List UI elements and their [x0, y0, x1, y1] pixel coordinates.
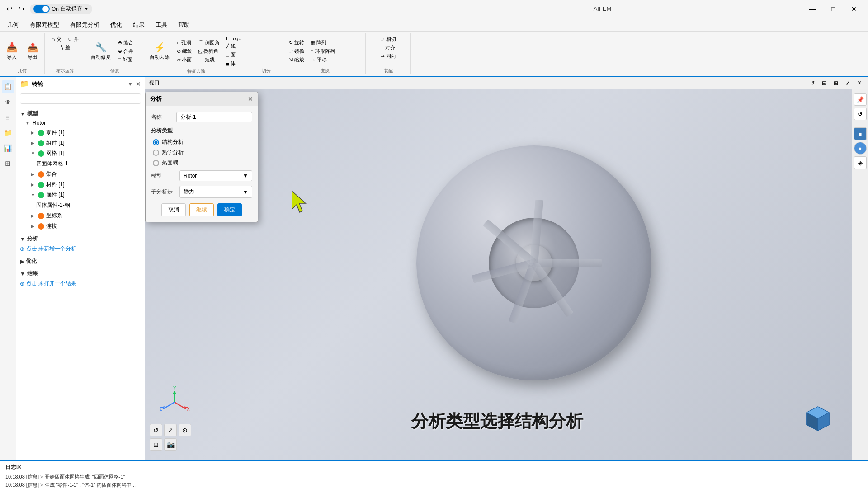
radio-structural-btn[interactable] — [153, 139, 159, 145]
right-perspective-btn[interactable]: ◈ — [854, 156, 867, 169]
analysis-dialog[interactable]: 分析 ✕ 名称 分析类型 — [145, 92, 258, 222]
dialog-substep-select[interactable]: 静力 ▼ — [179, 186, 252, 198]
radio-thermal-btn[interactable] — [153, 150, 159, 156]
tree-collection[interactable]: ▶ 集合 — [16, 169, 145, 179]
autosave-toggle[interactable]: On 自动保存 ▼ — [30, 4, 92, 14]
ribbon-mirror-btn[interactable]: ⇌镜像 — [286, 47, 307, 55]
menu-fem-analysis[interactable]: 有限元分析 — [65, 19, 105, 31]
viewport-refresh-btn[interactable]: ↺ — [807, 79, 817, 87]
tree-group[interactable]: ▶ 组件 [1] — [16, 138, 145, 148]
ribbon-smallface-btn[interactable]: ▱小面 — [174, 56, 195, 64]
ribbon-union-btn[interactable]: ∪并 — [65, 35, 81, 43]
viewport-split-h-btn[interactable]: ⊞ — [831, 79, 841, 87]
dialog-confirm-btn[interactable]: 确定 — [217, 203, 242, 216]
left-icon-layers[interactable]: ≡ — [2, 111, 14, 124]
vp-home-btn[interactable]: ⊙ — [179, 424, 191, 436]
ribbon-intersect-btn[interactable]: ∩交 — [48, 35, 64, 43]
tree-part[interactable]: ▶ 零件 [1] — [16, 127, 145, 138]
left-icon-eye[interactable]: 👁 — [2, 96, 14, 108]
ribbon-scale-btn[interactable]: ⇲缩放 — [286, 56, 307, 64]
viewport-canvas[interactable]: 分析 ✕ 名称 分析类型 — [145, 89, 852, 460]
menu-tools[interactable]: 工具 — [150, 19, 173, 31]
ribbon-translate-btn[interactable]: →平移 — [308, 56, 338, 64]
tree-material[interactable]: ▶ 材料 [1] — [16, 179, 145, 190]
ribbon-line-btn[interactable]: ╱线 — [223, 42, 244, 50]
menu-geometry[interactable]: 几何 — [2, 19, 24, 31]
ribbon-rotate-btn[interactable]: ↻旋转 — [286, 39, 307, 47]
dialog-name-input[interactable] — [176, 112, 252, 122]
dialog-cancel-btn[interactable]: 取消 — [161, 203, 186, 216]
left-icon-mesh[interactable]: ⊞ — [2, 157, 14, 170]
sidebar-search-input[interactable] — [20, 93, 141, 104]
ribbon-autoremove-btn[interactable]: ⚡ 自动去除 — [146, 40, 173, 62]
maximize-button[interactable]: □ — [823, 0, 844, 18]
tree-optimize-header[interactable]: ▶ 优化 — [16, 256, 145, 266]
viewport-close-btn[interactable]: ✕ — [854, 79, 864, 87]
radio-thermal[interactable]: 热学分析 — [151, 149, 252, 156]
right-pin-btn[interactable]: 📌 — [854, 93, 867, 106]
tree-property[interactable]: ▼ 属性 [1] — [16, 190, 145, 200]
ribbon-fillet-btn[interactable]: ⌒倒圆角 — [196, 39, 222, 47]
ribbon-same-dir-btn[interactable]: ⇒同向 — [378, 52, 399, 60]
ribbon-hole-btn[interactable]: ○孔洞 — [174, 39, 195, 47]
ribbon-align-btn[interactable]: ≡对齐 — [378, 44, 398, 52]
sidebar-expand-icon[interactable]: ▼ — [127, 81, 133, 87]
ribbon-import-btn[interactable]: 📥 导入 — [2, 40, 22, 62]
viewport-split-v-btn[interactable]: ⊟ — [819, 79, 829, 87]
menu-optimize[interactable]: 优化 — [105, 19, 127, 31]
tree-analysis-header[interactable]: ▼ 分析 — [16, 233, 145, 244]
left-icon-folder[interactable]: 📁 — [2, 127, 14, 139]
dialog-continue-btn[interactable]: 继续 — [189, 203, 214, 216]
undo-button[interactable]: ↩ — [4, 3, 15, 15]
ribbon-combine-btn[interactable]: ⊕合并 — [115, 47, 136, 55]
ribbon-chamfer-btn[interactable]: ◺倒斜角 — [196, 47, 222, 55]
ribbon-export-btn[interactable]: 📤 导出 — [23, 40, 42, 62]
tree-model-header[interactable]: ▼ 模型 — [16, 108, 145, 118]
ribbon-thread-btn[interactable]: ⊘螺纹 — [174, 47, 195, 55]
right-sphere-btn[interactable]: ● — [854, 142, 867, 155]
viewport-expand-btn[interactable]: ⤢ — [843, 79, 853, 87]
left-icon-chart[interactable]: 📊 — [2, 142, 14, 155]
tree-coord[interactable]: ▶ 坐标系 — [16, 211, 145, 221]
tree-mesh-item[interactable]: 四面体网格-1 — [16, 159, 145, 169]
ribbon-body-btn[interactable]: ■体 — [223, 60, 244, 67]
minimize-button[interactable]: — — [802, 0, 823, 18]
cube-navigator[interactable] — [804, 404, 831, 433]
ribbon-shortline-btn[interactable]: —短线 — [196, 56, 222, 64]
ribbon-merge-btn[interactable]: ⊕缝合 — [115, 39, 136, 47]
ribbon-autorepair-btn[interactable]: 🔧 自动修复 — [87, 40, 114, 62]
ribbon-tangent-btn[interactable]: ⊃相切 — [378, 35, 399, 43]
menu-results[interactable]: 结果 — [127, 19, 150, 31]
tree-add-results[interactable]: ⊕ 点击 来打开一个结果 — [16, 278, 145, 289]
ribbon-array-btn[interactable]: ▦阵列 — [308, 39, 338, 47]
radio-thermo-structural-btn[interactable] — [153, 160, 159, 166]
right-refresh-btn[interactable]: ↺ — [854, 108, 867, 120]
vp-fit-btn[interactable]: ⤢ — [164, 424, 177, 436]
tree-connection[interactable]: ▶ 连接 — [16, 221, 145, 231]
autosave-dropdown-icon[interactable]: ▼ — [84, 6, 89, 11]
dialog-close-btn[interactable]: ✕ — [248, 95, 253, 103]
left-icon-tree[interactable]: 📋 — [2, 80, 14, 93]
menu-help[interactable]: 帮助 — [173, 19, 195, 31]
sidebar-close-icon[interactable]: ✕ — [136, 80, 141, 88]
radio-structural[interactable]: 结构分析 — [151, 138, 252, 146]
ribbon-ring-array-btn[interactable]: ○环形阵列 — [308, 47, 338, 55]
close-button[interactable]: ✕ — [844, 0, 864, 18]
ribbon-logo-btn[interactable]: LLogo — [223, 35, 244, 42]
tree-add-analysis[interactable]: ⊕ 点击 来新增一个分析 — [16, 244, 145, 254]
vp-rotate-btn[interactable]: ↺ — [150, 424, 162, 436]
tree-property-item[interactable]: 固体属性-1-钢 — [16, 200, 145, 211]
right-cube-btn[interactable]: ■ — [854, 127, 867, 140]
radio-thermo-structural[interactable]: 热固耦 — [151, 159, 252, 167]
dialog-model-select[interactable]: Rotor ▼ — [179, 170, 252, 181]
ribbon-face-btn[interactable]: □面 — [223, 51, 244, 59]
ribbon-diff-btn[interactable]: ∖差 — [57, 44, 73, 52]
ribbon-patch-btn[interactable]: □补面 — [115, 56, 136, 64]
tree-mesh[interactable]: ▼ 网格 [1] — [16, 148, 145, 159]
tree-rotor[interactable]: ▼ Rotor — [16, 118, 145, 127]
vp-grid-btn[interactable]: ⊞ — [150, 438, 162, 451]
redo-button[interactable]: ↪ — [16, 3, 27, 15]
tree-results-header[interactable]: ▼ 结果 — [16, 268, 145, 278]
menu-fem-model[interactable]: 有限元模型 — [24, 19, 65, 31]
vp-screenshot-btn[interactable]: 📷 — [164, 438, 177, 451]
